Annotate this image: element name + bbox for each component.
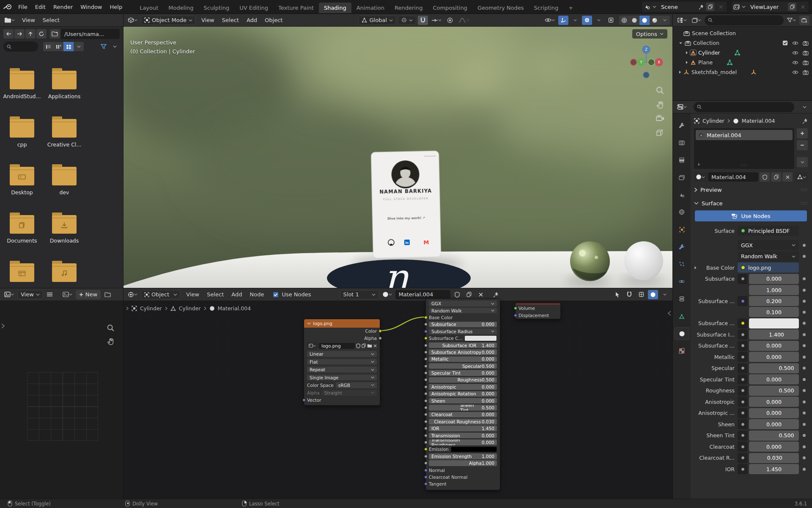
zoom-icon[interactable] [107, 324, 115, 332]
keyframe-dot[interactable] [803, 300, 806, 303]
blender-logo[interactable] [3, 4, 12, 10]
bsdf-row-clearcoat[interactable]: Clearcoat0.000 [426, 411, 500, 418]
unlink-icon[interactable] [373, 344, 377, 348]
menu-item-window[interactable]: Window [77, 3, 106, 11]
new-image-button[interactable]: New [76, 290, 101, 299]
slot-expand-arrow[interactable] [697, 163, 701, 166]
subsurface-i--value-slider[interactable]: 1.400 [749, 329, 799, 340]
vector-value-2[interactable]: 0.100 [749, 307, 799, 317]
anisotropic-value-slider[interactable]: 0.000 [749, 397, 799, 407]
eye-icon[interactable] [792, 41, 798, 45]
browse-material-dropdown[interactable] [381, 290, 394, 299]
image-name-field[interactable]: logo.png [319, 343, 355, 349]
bsdf-row-subsurface[interactable]: Subsurface0.000 [426, 321, 500, 328]
workspace-tab-texture-paint[interactable]: Texture Paint [273, 3, 319, 13]
menu-item-add[interactable]: Add [243, 16, 261, 24]
anisotropic-value-slider[interactable]: Anisotropic0.000 [429, 384, 497, 390]
bsdf-row-sheen[interactable]: Sheen0.000 [426, 397, 500, 404]
bsdf-row-ior[interactable]: IOR1.450 [426, 425, 500, 432]
principled-bsdf-node[interactable]: GGXRandom WalkBase ColorSubsurface0.000S… [425, 298, 500, 490]
workspace-tab-animation[interactable]: Animation [351, 3, 390, 13]
shading-rendered-button[interactable] [650, 16, 660, 25]
menu-item-object[interactable]: Object [261, 16, 286, 24]
move-view-icon[interactable] [107, 337, 115, 346]
options-dropdown[interactable]: Options [632, 29, 667, 39]
camera-toggle[interactable] [803, 70, 809, 75]
viewlayer-selector[interactable]: ViewLayer [732, 2, 809, 12]
anisotropic-input-socket[interactable] [424, 385, 428, 389]
viewport-canvas[interactable]: n NAMAN BARKIYA FULL STACK DEVELOPER Div… [123, 27, 672, 288]
workspace-tab-shading[interactable]: Shading [319, 3, 351, 13]
properties-tab-tool[interactable] [675, 119, 689, 131]
base-color-field[interactable]: logo.png [738, 262, 799, 273]
specular-socket-button[interactable] [738, 363, 748, 373]
subsurface-anisotropy-input-socket[interactable] [424, 351, 428, 354]
specular-input-socket[interactable] [424, 364, 428, 368]
clearcoat-normal-input-socket[interactable] [424, 475, 428, 479]
fake-user-shield-icon[interactable] [452, 290, 462, 299]
repeat-dropdown[interactable]: Repeat [307, 367, 377, 373]
clearcoat-roughness-input-socket[interactable] [424, 420, 428, 423]
specular-tint-value-slider[interactable]: 0.000 [749, 374, 799, 384]
menu-item-select[interactable]: Select [39, 16, 63, 24]
output-node-row-displacement[interactable]: Displacement [516, 312, 560, 318]
properties-tab-constraints[interactable] [675, 293, 689, 305]
image-texture-node[interactable]: logo.png Color Alpha logo.png LinearFlat… [304, 319, 380, 406]
menu-item-edit[interactable]: Edit [31, 3, 49, 11]
menu-item-add[interactable]: Add [228, 290, 246, 298]
folder-item-desktop[interactable]: Desktop [2, 167, 42, 196]
outliner-item-plane[interactable]: Plane [675, 58, 812, 67]
properties-tab-physics[interactable] [675, 276, 689, 287]
bsdf-row-alpha[interactable]: Alpha1.000 [426, 460, 500, 467]
pivot-point-dropdown[interactable] [398, 16, 416, 25]
sheen-value-slider[interactable]: 0.000 [749, 419, 799, 429]
subsurface--color-swatch[interactable] [749, 318, 799, 329]
refresh-button[interactable] [36, 29, 47, 39]
single-image-dropdown[interactable]: Single Image [307, 375, 377, 381]
pin-icon[interactable] [699, 4, 704, 10]
bsdf-row-emission[interactable]: Emission [426, 446, 500, 453]
subsurface--socket-button[interactable] [738, 296, 748, 306]
camera-toggle[interactable] [803, 60, 809, 65]
camera-icon[interactable] [803, 70, 809, 75]
workspace-tab-layout[interactable]: Layout [134, 3, 163, 13]
outliner-item-collection[interactable]: Collection [675, 38, 812, 48]
visibility-dropdown[interactable] [543, 16, 557, 25]
gizmos-dropdown[interactable] [570, 16, 580, 25]
shading-material-preview-button[interactable] [639, 16, 650, 25]
gizmos-toggle[interactable] [558, 16, 568, 25]
camera-icon[interactable] [803, 60, 809, 65]
checkbox-checked-icon[interactable] [782, 40, 788, 46]
sheen-tint-socket-button[interactable] [738, 431, 748, 441]
metallic-input-socket[interactable] [424, 357, 428, 361]
slot-dropdown[interactable]: Slot 1 [340, 290, 379, 299]
forward-button[interactable] [14, 29, 25, 39]
material-slot-list[interactable]: n Material.004 :::: [694, 128, 794, 169]
emission-strength-input-socket[interactable] [424, 455, 428, 458]
bsdf-row-normal[interactable]: Normal [426, 467, 500, 473]
vector-input-socket[interactable] [302, 398, 306, 402]
mesh-data-dropdown[interactable] [796, 172, 808, 182]
keyframe-dot[interactable] [803, 367, 806, 370]
camera-icon[interactable] [803, 50, 809, 55]
expand-arrow[interactable] [694, 266, 697, 270]
create-directory-button[interactable] [50, 29, 60, 39]
alpha-value-slider[interactable]: Alpha1.000 [429, 460, 497, 466]
toggle-orthographic-icon[interactable] [656, 129, 665, 138]
metallic-value-slider[interactable]: Metallic0.000 [429, 356, 497, 362]
vertical-list-display-button[interactable] [43, 42, 53, 51]
transform-orientation-dropdown[interactable]: Global [358, 16, 396, 25]
bsdf-row-anisotropic-rotation[interactable]: Anisotropic Rotation0.000 [426, 390, 500, 397]
unlink-material-icon[interactable] [476, 290, 486, 299]
workspace-tab-geometry-nodes[interactable]: Geometry Nodes [472, 3, 529, 13]
clearcoat-value-slider[interactable]: 0.000 [749, 442, 799, 452]
display-settings-dropdown[interactable] [74, 42, 84, 51]
properties-tab-modifiers[interactable] [675, 241, 689, 253]
disclosure-right-icon[interactable] [686, 61, 688, 64]
properties-tab-data[interactable] [675, 310, 689, 322]
copy-material-icon[interactable] [771, 172, 781, 182]
menu-item-file[interactable]: File [14, 3, 31, 11]
keyframe-dot[interactable] [803, 344, 806, 347]
anisotropic-rotation-value-slider[interactable]: Anisotropic Rotation0.000 [429, 391, 497, 397]
disclosure-right-icon[interactable] [686, 51, 688, 55]
